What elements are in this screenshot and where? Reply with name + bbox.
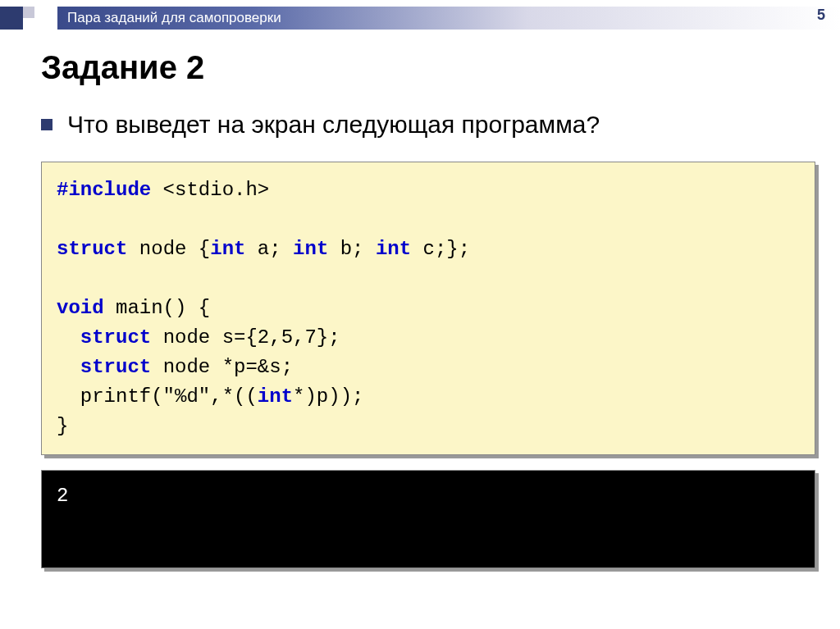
header-decoration xyxy=(0,7,57,30)
keyword: struct xyxy=(57,238,127,260)
code-text: main() { xyxy=(104,297,211,319)
keyword: struct xyxy=(80,356,151,378)
code-text: node s={2,5,7}; xyxy=(151,326,340,349)
code-text xyxy=(57,356,80,378)
bullet-icon xyxy=(41,119,52,130)
code-text: c;}; xyxy=(411,238,470,260)
code-text: b; xyxy=(328,238,376,260)
code-text: printf("%d",*(( xyxy=(57,385,258,408)
keyword: int xyxy=(293,238,328,260)
code-text: a; xyxy=(245,238,293,260)
code-block: #include <stdio.h> struct node {int a; i… xyxy=(41,162,815,455)
square-small-icon xyxy=(23,7,34,18)
keyword: void xyxy=(57,297,104,319)
slide: Пара заданий для самопроверки 5 Задание … xyxy=(0,0,840,629)
page-number: 5 xyxy=(817,7,825,24)
code-text xyxy=(57,326,80,349)
slide-heading: Задание 2 xyxy=(41,49,815,86)
square-icon xyxy=(0,7,23,30)
code-text: node { xyxy=(127,238,210,260)
keyword: int xyxy=(210,238,245,260)
slide-content: Задание 2 Что выведет на экран следующая… xyxy=(41,49,815,568)
slide-header: Пара заданий для самопроверки xyxy=(0,7,840,30)
keyword: int xyxy=(258,385,293,408)
code-text: node *p=&s; xyxy=(151,356,293,378)
keyword: #include xyxy=(57,179,151,201)
question-text: Что выведет на экран следующая программа… xyxy=(67,109,600,140)
bullet-item: Что выведет на экран следующая программа… xyxy=(41,109,815,140)
header-title: Пара заданий для самопроверки xyxy=(67,10,281,26)
header-bar-bg: Пара заданий для самопроверки xyxy=(57,7,840,30)
code-text: <stdio.h> xyxy=(151,179,269,201)
output-block: 2 xyxy=(41,470,815,568)
output-text: 2 xyxy=(57,485,68,507)
code-text: } xyxy=(57,415,68,437)
keyword: struct xyxy=(80,326,151,349)
code-text: *)p)); xyxy=(293,385,363,408)
keyword: int xyxy=(376,238,411,260)
